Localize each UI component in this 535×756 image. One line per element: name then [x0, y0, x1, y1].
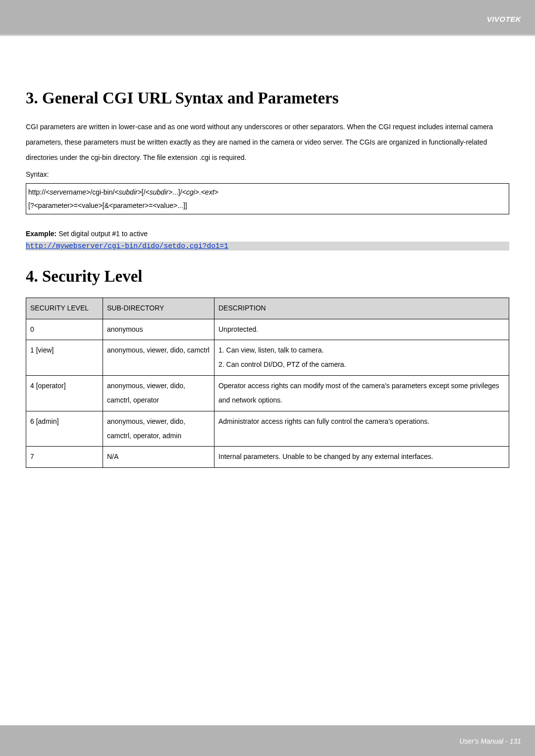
- syntax-text: [/: [142, 188, 146, 196]
- page-body: 3. General CGI URL Syntax and Parameters…: [0, 35, 535, 725]
- th-sub-directory: SUB-DIRECTORY: [103, 298, 214, 319]
- cell-description: Unprotected.: [214, 319, 509, 340]
- section-3-paragraph: CGI parameters are written in lower-case…: [26, 119, 509, 165]
- security-level-table: SECURITY LEVEL SUB-DIRECTORY DESCRIPTION…: [26, 298, 509, 468]
- syntax-line-1: http://<servername>/cgi-bin/<subdir>[/<s…: [28, 186, 507, 199]
- syntax-italic: <cgi>: [182, 188, 199, 196]
- table-header-row: SECURITY LEVEL SUB-DIRECTORY DESCRIPTION: [26, 298, 509, 319]
- cell-security-level: 7: [26, 447, 103, 467]
- cell-security-level: 0: [26, 319, 103, 340]
- header-bar: VIVOTEK: [0, 0, 535, 35]
- example-label: Example: Set digital output #1 to active: [26, 226, 509, 242]
- cell-security-level: 6 [admin]: [26, 411, 103, 447]
- footer-label: User's Manual - 131: [459, 737, 521, 745]
- th-security-level: SECURITY LEVEL: [26, 298, 103, 319]
- brand-label: VIVOTEK: [487, 15, 521, 23]
- section-4-title: 4. Security Level: [26, 267, 509, 286]
- cell-description: 1. Can view, listen, talk to camera.2. C…: [214, 340, 509, 375]
- table-row: 6 [admin]anonymous, viewer, dido, camctr…: [26, 411, 509, 447]
- cell-sub-directory: anonymous, viewer, dido, camctrl, operat…: [103, 411, 214, 447]
- example-label-bold: Example:: [26, 230, 56, 238]
- cell-sub-directory: anonymous, viewer, dido, camctrl, operat…: [103, 375, 214, 411]
- th-description: DESCRIPTION: [214, 298, 509, 319]
- syntax-label: Syntax:: [26, 167, 509, 182]
- footer-bar: User's Manual - 131: [0, 725, 535, 756]
- cell-security-level: 4 [operator]: [26, 375, 103, 411]
- cell-sub-directory: anonymous, viewer, dido, camctrl: [103, 340, 214, 375]
- syntax-italic: <ext>: [201, 188, 218, 196]
- table-row: 1 [view]anonymous, viewer, dido, camctrl…: [26, 340, 509, 375]
- table-row: 4 [operator]anonymous, viewer, dido, cam…: [26, 375, 509, 411]
- table-row: 0anonymousUnprotected.: [26, 319, 509, 340]
- syntax-text: /cgi-bin/: [90, 188, 114, 196]
- syntax-box: http://<servername>/cgi-bin/<subdir>[/<s…: [26, 183, 509, 214]
- example-label-text: Set digital output #1 to active: [56, 230, 148, 238]
- cell-description: Administrator access rights can fully co…: [214, 411, 509, 447]
- section-3-title: 3. General CGI URL Syntax and Parameters: [26, 89, 509, 107]
- example-url-link[interactable]: http://mywebserver/cgi-bin/dido/setdo.cg…: [26, 242, 509, 251]
- syntax-italic: <subdir>: [114, 188, 141, 196]
- syntax-italic: <servername>: [46, 188, 90, 196]
- syntax-text: ...]/: [172, 188, 182, 196]
- table-row: 7N/AInternal parameters. Unable to be ch…: [26, 447, 509, 467]
- cell-description: Internal parameters. Unable to be change…: [214, 447, 509, 467]
- table-body: 0anonymousUnprotected.1 [view]anonymous,…: [26, 319, 509, 467]
- cell-description: Operator access rights can modify most o…: [214, 375, 509, 411]
- cell-sub-directory: anonymous: [103, 319, 214, 340]
- syntax-line-2: [?<parameter>=<value>[&<parameter>=<valu…: [28, 199, 507, 212]
- cell-sub-directory: N/A: [103, 447, 214, 467]
- syntax-italic: <subdir>: [146, 188, 172, 196]
- cell-security-level: 1 [view]: [26, 340, 103, 375]
- syntax-text: http://: [28, 188, 46, 196]
